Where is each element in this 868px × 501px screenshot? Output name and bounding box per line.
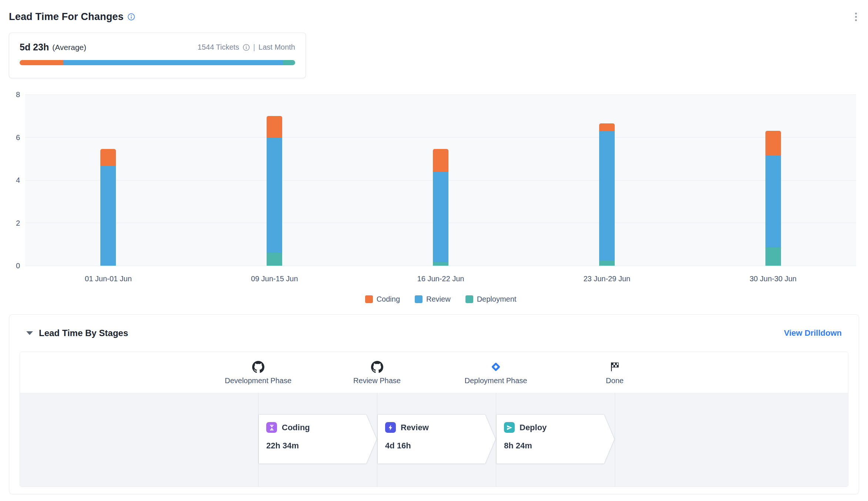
stage-card-shape: Deploy8h 24m [497,415,614,464]
bar-segment-deployment[interactable] [765,248,781,266]
bar-segment-deployment[interactable] [599,261,615,266]
stage-head: Deploy [504,422,614,433]
lead-time-by-stages-panel: Lead Time By Stages View Drilldown Devel… [9,314,859,494]
phase-header-row: Development PhaseReview PhaseDeployment … [20,352,848,393]
phase-column-header: Deployment Phase [433,352,559,385]
chart: 01 Jun-01 Jun09 Jun-15 Jun16 Jun-22 Jun2… [0,94,868,266]
kebab-menu-icon[interactable] [853,10,859,23]
hourglass-icon [266,422,277,433]
stage-name: Coding [282,423,310,432]
x-axis-label: 09 Jun-15 Jun [251,275,298,283]
bar-segment-review[interactable] [765,156,781,248]
gridline [25,137,856,137]
column-separator [258,393,258,487]
legend-item-review[interactable]: Review [415,295,451,303]
summary-row: 5d 23h (Average) 1544 Tickets | Last Mon… [20,42,295,53]
period-label: Last Month [258,43,295,52]
milestone-diamond-icon [433,360,559,374]
x-axis-label: 01 Jun-01 Jun [85,275,132,283]
phase-label: Review Phase [314,376,440,385]
legend-item-coding[interactable]: Coding [365,295,400,303]
panel-title: Lead Time By Stages [39,328,128,338]
bar-segment-coding[interactable] [433,149,448,172]
bar-group[interactable] [100,149,116,266]
bar-segment-review[interactable] [599,131,615,260]
distribution-segment-coding [20,60,63,65]
bar-segment-deployment[interactable] [267,253,282,266]
bar-group[interactable] [765,131,781,266]
legend-swatch-icon [415,295,423,303]
average-label: (Average) [52,43,86,52]
bar-segment-review[interactable] [100,166,116,266]
phase-label: Development Phase [195,376,321,385]
bar-group[interactable] [267,116,282,266]
tickets-count: 1544 Tickets [198,43,239,52]
stage-head: Coding [266,422,377,433]
bar-segment-deployment[interactable] [433,262,448,266]
info-icon[interactable] [243,44,250,51]
stage-duration: 4d 16h [385,441,495,451]
summary-meta: 1544 Tickets | Last Month [198,43,295,52]
stage-card-deploy[interactable]: Deploy8h 24m [497,415,614,464]
rocket-icon [504,422,515,433]
stage-head: Review [385,422,495,433]
x-axis-label: 23 Jun-29 Jun [583,275,630,283]
column-separator [615,393,615,487]
page-title: Lead Time For Changes [9,11,124,23]
lead-time-dashboard: Lead Time For Changes 5d 23h (Average) 1… [0,0,868,501]
legend-swatch-icon [365,295,373,303]
phase-label: Deployment Phase [433,376,559,385]
view-drilldown-link[interactable]: View Drilldown [784,328,842,338]
y-axis-tick: 8 [3,90,20,99]
y-axis-tick: 6 [3,133,20,142]
phase-column-header: Development Phase [195,352,321,385]
bar-group[interactable] [599,123,615,266]
legend-swatch-icon [465,295,473,303]
gridline [25,94,856,95]
average-summary-card: 5d 23h (Average) 1544 Tickets | Last Mon… [9,33,306,78]
x-axis-label: 16 Jun-22 Jun [417,275,464,283]
x-axis-label: 30 Jun-30 Jun [750,275,797,283]
panel-header: Lead Time By Stages View Drilldown [9,315,859,349]
bar-segment-review[interactable] [433,172,448,262]
distribution-segment-deployment [283,60,295,65]
y-axis-tick: 2 [3,219,20,227]
chart-legend: CodingReviewDeployment [25,295,856,303]
column-separator [496,393,496,487]
stage-body: Coding22h 34mReview4d 16hDeploy8h 24m [20,393,848,487]
distribution-segment-review [63,60,283,65]
stage-card-shape: Coding22h 34m [259,415,377,464]
y-axis-tick: 0 [3,262,20,270]
github-icon [314,360,440,374]
distribution-bar [20,60,295,65]
bar-segment-coding[interactable] [267,116,282,137]
phase-label: Done [552,376,678,385]
stage-duration: 22h 34m [266,441,377,451]
bar-segment-review[interactable] [267,137,282,253]
lightning-icon [385,422,396,433]
legend-label: Coding [377,295,400,303]
stage-duration: 8h 24m [504,441,614,451]
phase-column-header: Done [552,352,678,385]
info-icon[interactable] [127,13,135,21]
y-axis-tick: 4 [3,176,20,185]
legend-label: Deployment [477,295,517,303]
column-separator [377,393,377,487]
finish-flag-icon [552,360,678,374]
phase-column-header: Review Phase [314,352,440,385]
bar-group[interactable] [433,149,448,266]
stage-table: Development PhaseReview PhaseDeployment … [20,352,848,487]
stage-card-review[interactable]: Review4d 16h [378,415,495,464]
legend-item-deployment[interactable]: Deployment [465,295,517,303]
stage-card-shape: Review4d 16h [378,415,495,464]
stage-card-coding[interactable]: Coding22h 34m [259,415,377,464]
stage-name: Deploy [520,423,547,432]
divider: | [253,43,255,52]
bar-segment-coding[interactable] [100,149,116,166]
bar-segment-coding[interactable] [765,131,781,155]
bar-segment-coding[interactable] [599,123,615,131]
average-value: 5d 23h [20,42,49,53]
collapse-caret-icon[interactable] [26,331,33,335]
stage-name: Review [401,423,429,432]
chart-plot: 01 Jun-01 Jun09 Jun-15 Jun16 Jun-22 Jun2… [25,94,856,266]
